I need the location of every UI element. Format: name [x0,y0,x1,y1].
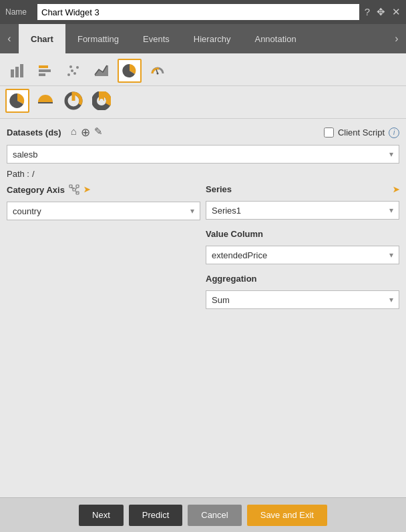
svg-rect-1 [15,67,19,77]
gauge-chart-icon[interactable] [146,59,170,83]
svg-point-16 [99,99,104,103]
category-axis-selected: country [13,206,41,216]
category-axis-dropdown-arrow: ▾ [190,206,194,216]
chart-type-row [0,53,406,86]
series-header: Series ➤ [206,184,399,194]
tab-hierarchy[interactable]: Hierarchy [182,24,243,53]
save-exit-button[interactable]: Save and Exit [247,505,327,526]
title-bar-actions: ? ✥ ✕ [365,6,401,18]
axis-series-section: Category Axis ➤ country ▾ [7,184,399,309]
client-script-info-icon[interactable]: i [389,127,399,138]
datasets-icons: ⌂ ⊕ ✎ [71,125,103,140]
tab-nav-right[interactable]: › [387,24,406,53]
pie-full-icon[interactable] [5,89,29,113]
value-column-label: Value Column [206,229,263,239]
svg-rect-2 [20,64,23,77]
close-icon[interactable]: ✕ [392,6,401,18]
category-axis-header: Category Axis ➤ [7,184,200,195]
cancel-button[interactable]: Cancel [188,505,241,526]
series-selected: Series1 [212,206,241,216]
value-column-dropdown-arrow: ▾ [389,250,393,260]
category-axis-dropdown[interactable]: country ▾ [7,202,200,220]
move-icon[interactable]: ✥ [377,6,385,18]
svg-point-9 [76,66,79,69]
series-dropdown-arrow: ▾ [389,206,393,215]
pie-half-icon[interactable] [33,89,57,113]
help-icon[interactable]: ? [365,6,370,18]
svg-rect-3 [39,65,48,68]
value-column-selected: extendedPrice [212,250,267,260]
category-axis-col: Category Axis ➤ country ▾ [7,184,200,309]
svg-line-12 [156,69,158,73]
svg-point-10 [69,65,72,68]
series-arrow-icon[interactable]: ➤ [393,185,399,194]
widget-name-input[interactable] [37,4,359,20]
predict-button[interactable]: Predict [129,505,182,526]
tab-annotation[interactable]: Annotation [242,24,308,53]
datasets-edit-icon[interactable]: ✎ [94,125,103,140]
tab-events[interactable]: Events [131,24,182,53]
tab-nav-left[interactable]: ‹ [0,24,19,53]
category-axis-arrow-icon[interactable]: ➤ [83,185,90,194]
pie-type-row [0,86,406,119]
client-script-area: Client Script i [324,127,399,138]
category-axis-label: Category Axis [7,185,65,195]
client-script-label: Client Script [338,127,385,138]
series-label: Series [206,184,232,194]
svg-point-7 [71,69,73,72]
aggregation-dropdown[interactable]: Sum ▾ [206,290,399,309]
svg-point-6 [67,73,70,76]
datasets-add-icon[interactable]: ⊕ [81,125,90,140]
svg-line-21 [71,188,74,188]
aggregation-header: Aggregation [206,274,399,284]
next-button[interactable]: Next [79,505,124,526]
area-chart-icon[interactable] [89,59,114,83]
path-label: Path : [7,169,29,179]
value-column-dropdown[interactable]: extendedPrice ▾ [206,246,399,264]
tab-bar: ‹ Chart Formatting Events Hierarchy Anno… [0,24,406,53]
series-dropdown[interactable]: Series1 ▾ [206,201,399,220]
svg-rect-4 [39,69,51,72]
datasets-dropdown-row: salesb ▾ [7,145,399,164]
aggregation-label: Aggregation [206,274,257,284]
datasets-selected: salesb [13,150,38,160]
donut-thick-icon[interactable] [89,89,114,113]
scatter-chart-icon[interactable] [61,59,85,83]
footer: Next Predict Cancel Save and Exit [0,497,406,532]
svg-rect-19 [76,185,79,188]
aggregation-selected: Sum [212,295,230,305]
content-area: Datasets (ds) ⌂ ⊕ ✎ Client Script i sale… [0,119,406,497]
svg-rect-18 [73,188,75,191]
series-col: Series ➤ Series1 ▾ Value Column extended… [206,184,399,309]
category-axis-network-icon[interactable] [69,184,79,195]
aggregation-dropdown-arrow: ▾ [389,295,393,304]
path-value: / [32,169,35,179]
tab-formatting[interactable]: Formatting [65,24,131,53]
datasets-section: Datasets (ds) ⌂ ⊕ ✎ Client Script i [7,125,399,140]
bar-chart-icon[interactable] [5,59,29,83]
datasets-label: Datasets (ds) [7,127,61,138]
stacked-chart-icon[interactable] [33,59,57,83]
datasets-dropdown-arrow: ▾ [389,150,393,159]
value-column-header: Value Column [206,229,399,239]
svg-rect-17 [69,185,72,188]
name-label: Name [5,7,32,17]
datasets-dropdown[interactable]: salesb ▾ [7,145,399,164]
datasets-home-icon[interactable]: ⌂ [71,125,77,140]
tab-chart[interactable]: Chart [19,24,65,53]
donut-icon[interactable] [61,89,85,113]
pie-chart-icon[interactable] [118,59,142,83]
svg-rect-5 [39,73,45,76]
svg-rect-13 [38,102,53,103]
svg-rect-0 [11,69,14,77]
svg-point-8 [73,72,76,75]
title-bar: Name ? ✥ ✕ [0,0,406,24]
client-script-checkbox[interactable] [324,127,334,138]
path-row: Path : / [7,169,399,179]
